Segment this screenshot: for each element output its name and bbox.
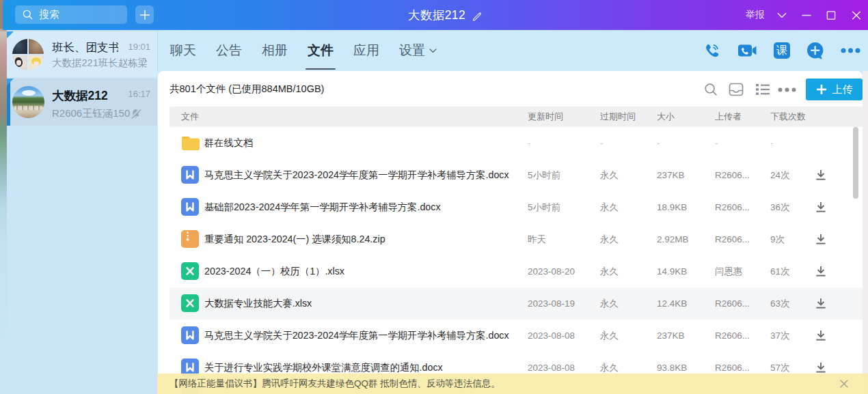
qq-group-window: 搜索 大数据212 举报	[0, 0, 868, 394]
search-placeholder: 搜索	[39, 8, 59, 21]
chat-preview: R2606王钰涵150	[52, 107, 130, 119]
download-icon[interactable]	[815, 330, 827, 344]
pinned-indicator	[7, 31, 14, 38]
close-icon	[852, 10, 861, 20]
file-expires: 永久	[600, 191, 619, 223]
tab-files[interactable]: 文件	[308, 30, 334, 71]
plus-icon	[139, 10, 150, 20]
file-downloads: 9次	[770, 223, 785, 255]
file-row[interactable]: 马克思主义学院关于2023-2024学年度第一学期开学补考辅导方案.docx 5…	[169, 159, 863, 191]
table-header: 文件 更新时间 过期时间 大小 上传者 下载次数	[169, 107, 863, 127]
file-name: 群在线文档	[204, 127, 253, 159]
banner-close-icon[interactable]	[839, 379, 849, 391]
file-row[interactable]: 基础部2023-2024学年第一学期开学补考辅导方案.docx 5小时前 永久 …	[169, 191, 863, 223]
invite-icon[interactable]	[806, 42, 824, 59]
file-row[interactable]: 2023-2024（一）校历（1）.xlsx 2023-08-20 永久 14.…	[169, 255, 863, 287]
file-uploader: R2606...	[715, 320, 750, 352]
more-icon[interactable]	[841, 48, 860, 53]
folder-file-icon	[180, 134, 198, 152]
download-icon[interactable]	[815, 234, 827, 248]
file-uploader: 闫恩惠	[715, 255, 743, 287]
file-expires: 永久	[600, 287, 619, 320]
file-uploader: R2606...	[715, 287, 750, 320]
voice-call-icon[interactable]	[703, 42, 721, 60]
file-name: 基础部2023-2024学年第一学期开学补考辅导方案.docx	[204, 191, 441, 223]
file-name: 大数据专业技能大赛.xlsx	[204, 287, 312, 320]
tab-bar: 聊天 公告 相册 文件 应用 设置	[170, 30, 457, 71]
file-updated: 5小时前	[528, 159, 560, 191]
group-action-icons: 课	[686, 30, 860, 71]
file-expires: -	[600, 127, 603, 159]
edit-title-icon[interactable]	[472, 10, 483, 21]
file-expires: 永久	[600, 320, 619, 352]
download-icon[interactable]	[815, 266, 827, 280]
tab-albums[interactable]: 相册	[262, 30, 288, 71]
file-downloads: 36次	[770, 191, 790, 223]
scrollbar-thumb[interactable]	[853, 127, 858, 199]
file-size: 237KB	[657, 320, 685, 352]
file-size: 12.4KB	[657, 287, 687, 320]
new-chat-button[interactable]	[135, 5, 154, 24]
titlebar: 搜索 大数据212 举报	[3, 0, 868, 30]
wallpaper-strip	[0, 0, 7, 394]
download-icon[interactable]	[815, 298, 827, 312]
search-input[interactable]: 搜索	[15, 5, 127, 24]
word-file-icon	[181, 198, 199, 216]
file-row[interactable]: 马克思主义学院关于2023-2024学年度第一学期开学补考辅导方案.docx 2…	[169, 320, 863, 352]
file-downloads: -	[770, 127, 774, 159]
file-size: 18.9KB	[657, 191, 687, 223]
upload-button[interactable]: 上传	[806, 79, 863, 100]
selected-indicator	[7, 79, 10, 126]
more-icon[interactable]	[776, 82, 797, 97]
window-edge	[863, 71, 868, 394]
file-downloads: 24次	[770, 159, 790, 191]
chevron-down-icon	[777, 12, 787, 18]
file-size: 2.92MB	[657, 223, 689, 255]
file-row[interactable]: 重要通知 2023-2024(一) 选课须知8.24.zip 昨天 永久 2.9…	[169, 223, 863, 255]
files-table: 文件 更新时间 过期时间 大小 上传者 下载次数 群在线文档 - - - - -…	[169, 107, 863, 394]
maximize-button[interactable]	[826, 10, 836, 20]
chat-item-dashuju212[interactable]: 大数据212 16:17 R2606王钰涵150	[7, 79, 157, 126]
files-panel: 共801个文件 (已使用884MB/10GB) 上传	[158, 71, 863, 394]
file-updated: 2023-08-20	[528, 255, 575, 287]
download-manager-icon[interactable]	[729, 82, 744, 97]
class-badge-icon[interactable]: 课	[774, 42, 790, 59]
file-downloads: 63次	[770, 287, 790, 320]
file-updated: 2023-08-08	[528, 320, 575, 352]
word-file-icon	[181, 326, 199, 344]
notice-banner: 【网络正能量倡议书】腾讯呼吁网友共建绿色QQ群 抵制色情、反动等违法信息。	[157, 374, 868, 394]
close-button[interactable]	[852, 10, 861, 20]
tab-chat[interactable]: 聊天	[170, 30, 196, 71]
chat-item-banzhang[interactable]: 班长、团支书 19:01 大数据221班长赵栋梁	[7, 31, 157, 77]
file-uploader: R2606...	[715, 223, 750, 255]
word-file-icon	[181, 166, 199, 184]
divider	[157, 30, 158, 71]
file-row[interactable]: 大数据专业技能大赛.xlsx 2023-08-19 永久 12.4KB R260…	[169, 287, 863, 320]
download-icon[interactable]	[815, 169, 827, 184]
file-size: -	[657, 127, 660, 159]
file-expires: 永久	[600, 159, 619, 191]
chat-time: 19:01	[128, 42, 150, 52]
files-summary: 共801个文件 (已使用884MB/10GB)	[169, 83, 324, 96]
report-button[interactable]: 举报	[746, 9, 765, 21]
titlebar-chevron-button[interactable]	[777, 10, 787, 20]
file-updated: 2023-08-19	[528, 287, 575, 320]
search-icon	[23, 10, 33, 20]
file-row[interactable]: 群在线文档 - - - - -	[169, 127, 863, 159]
excel-file-icon	[181, 294, 199, 312]
file-uploader: R2606...	[715, 191, 750, 223]
search-files-icon[interactable]	[703, 82, 718, 97]
file-downloads: 37次	[770, 320, 790, 352]
chat-preview: 大数据221班长赵栋梁	[52, 57, 148, 68]
file-expires: 永久	[600, 223, 619, 255]
download-icon[interactable]	[815, 201, 827, 216]
tab-announcements[interactable]: 公告	[216, 30, 242, 71]
window-title-wrap: 大数据212	[3, 0, 868, 30]
minimize-button[interactable]	[802, 10, 811, 20]
file-expires: 永久	[600, 255, 619, 287]
video-call-icon[interactable]	[737, 42, 757, 59]
list-view-icon[interactable]	[755, 82, 770, 97]
tab-apps[interactable]: 应用	[353, 30, 379, 71]
tab-settings[interactable]: 设置	[399, 30, 437, 71]
file-uploader: -	[715, 127, 718, 159]
